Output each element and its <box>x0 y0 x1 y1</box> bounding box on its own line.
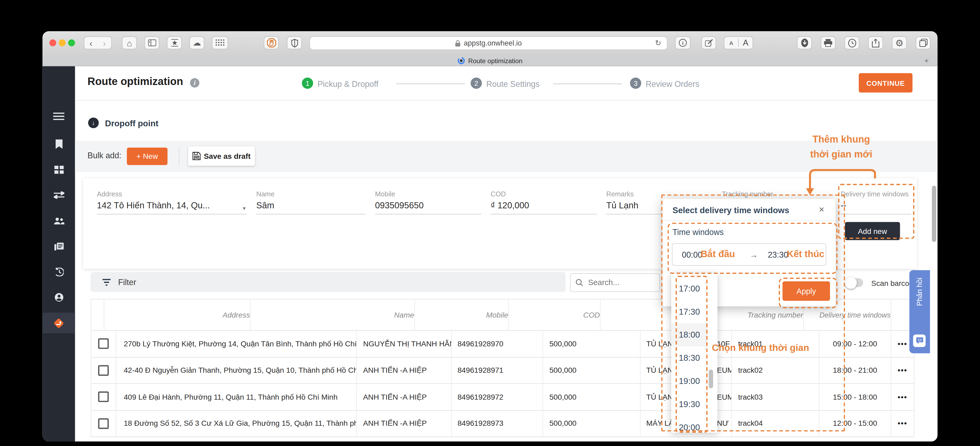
dropoff-icon[interactable]: ↓ <box>88 118 99 128</box>
apply-button[interactable]: Apply <box>783 281 830 301</box>
extensions-grid-button[interactable] <box>212 36 228 49</box>
back-button[interactable]: ‹ <box>84 36 98 49</box>
compose-button[interactable] <box>701 36 716 49</box>
time-option[interactable]: 19:00 <box>671 370 708 393</box>
sidebar-item-drivers[interactable] <box>43 287 75 307</box>
active-tab[interactable]: Route optimization <box>458 56 522 64</box>
time-dropdown: 17:00 17:30 18:00 18:30 19:00 19:30 20:0… <box>671 273 718 433</box>
reload-icon[interactable]: ↻ <box>655 39 661 48</box>
privacy-extension-button[interactable] <box>287 36 302 49</box>
lock-icon <box>455 40 461 47</box>
cell-name: ANH TIẾN -A HIỆP <box>357 411 452 436</box>
table-row[interactable]: 409 Lê Đại Hành, Phường 11, Quận 11, Thà… <box>91 384 914 411</box>
row-actions-icon[interactable]: ••• <box>898 392 908 401</box>
start-time-value[interactable]: 00:00 <box>682 250 702 259</box>
reader-info-button[interactable]: i <box>675 36 691 49</box>
sidebar-item-orders[interactable] <box>43 236 75 256</box>
print-button[interactable] <box>821 36 836 49</box>
shield-icon <box>291 38 298 47</box>
address-bar[interactable]: appstg.onwheel.io ↻ <box>309 36 668 50</box>
time-option[interactable]: 17:00 <box>671 277 708 300</box>
header-address[interactable]: Address <box>222 299 251 330</box>
mobile-value: 0935095650 <box>375 200 481 210</box>
bulk-new-button[interactable]: + New <box>127 148 167 165</box>
header-cod[interactable]: COD <box>583 299 600 330</box>
tab-overview-button[interactable] <box>916 36 931 49</box>
text-larger-icon[interactable]: A <box>739 38 752 48</box>
cod-field[interactable]: COD ₫ 120,000 <box>490 190 597 210</box>
feedback-tab[interactable]: Phản hồi <box>909 270 930 353</box>
divider <box>663 220 836 221</box>
header-name[interactable]: Name <box>394 299 415 330</box>
text-smaller-icon[interactable]: A <box>724 40 738 46</box>
search-box[interactable] <box>570 273 660 292</box>
share-button[interactable] <box>868 36 883 49</box>
minimize-window-button[interactable] <box>59 40 66 46</box>
person-circle-icon <box>54 292 64 302</box>
grid-icon <box>216 40 224 46</box>
chevron-down-icon[interactable]: ▾ <box>243 205 246 211</box>
sidebar-item-customers[interactable] <box>43 211 75 231</box>
remarks-label: Remarks <box>606 190 713 198</box>
downloads-button[interactable] <box>797 36 812 49</box>
new-tab-button[interactable]: + <box>924 56 929 65</box>
continue-button[interactable]: CONTINUE <box>859 73 913 93</box>
add-new-button[interactable]: Add new <box>845 222 900 240</box>
menu-toggle-button[interactable] <box>43 106 75 126</box>
close-icon[interactable]: × <box>819 204 824 215</box>
sidebar-item-transfers[interactable] <box>43 185 75 205</box>
sidebar-toggle-button[interactable] <box>144 36 159 49</box>
cell-delivery: 12:00 - 15:00 <box>819 411 891 436</box>
end-time-value[interactable]: 23:30 <box>768 250 788 259</box>
address-field[interactable]: Address 142 Tô Hiến Thành, 14, Qu... ▾ <box>97 190 247 210</box>
row-checkbox[interactable] <box>98 365 109 376</box>
annotation-arrow <box>802 166 883 198</box>
home-button[interactable]: ⌂ <box>122 36 137 49</box>
sidebar-item-dashboard[interactable] <box>43 159 75 179</box>
row-checkbox[interactable] <box>98 392 109 402</box>
history-button[interactable] <box>845 36 859 49</box>
url-text: appstg.onwheel.io <box>464 40 522 47</box>
time-option[interactable]: 17:30 <box>671 300 708 323</box>
table-row[interactable]: 42-40 Đ Nguyễn Giản Thanh, Phường 15, Qu… <box>91 357 914 384</box>
forward-button[interactable]: › <box>97 36 112 49</box>
annotation-choose-hint: Chọn khung thời gian <box>712 342 809 353</box>
row-actions-icon[interactable]: ••• <box>898 366 908 375</box>
divider <box>179 148 179 165</box>
time-option[interactable]: 20:00 <box>671 416 708 433</box>
feedback-chat-icon <box>913 334 926 347</box>
settings-button[interactable]: ⚙ <box>892 36 907 49</box>
page-scrollbar[interactable] <box>932 186 936 242</box>
row-checkbox[interactable] <box>98 338 109 349</box>
mobile-field[interactable]: Mobile 0935095650 <box>375 190 481 210</box>
search-input[interactable] <box>587 278 652 288</box>
close-window-button[interactable] <box>49 40 56 46</box>
time-option[interactable]: 18:30 <box>671 346 708 370</box>
time-option[interactable]: 19:30 <box>671 393 708 416</box>
sidebar-item-route-optimization[interactable] <box>43 312 75 333</box>
save-as-draft-button[interactable]: Save as draft <box>188 146 255 166</box>
time-option-highlighted[interactable]: 18:00 <box>671 323 708 346</box>
content-blocker-extension-button[interactable] <box>264 36 278 49</box>
history-clock-icon <box>54 268 64 276</box>
filter-bar[interactable]: Filter <box>91 272 566 292</box>
reading-list-button[interactable] <box>167 36 182 49</box>
page-info-icon[interactable]: i <box>190 78 199 88</box>
zoom-window-button[interactable] <box>68 40 75 46</box>
row-actions-icon[interactable]: ••• <box>898 419 908 428</box>
dropdown-scrollbar[interactable] <box>709 370 713 388</box>
download-icon <box>800 38 808 48</box>
sidebar-item-history[interactable] <box>43 262 75 282</box>
header-mobile[interactable]: Mobile <box>486 299 509 330</box>
field-underline <box>841 214 911 215</box>
row-checkbox[interactable] <box>98 418 109 429</box>
text-size-button[interactable]: A A <box>724 36 753 49</box>
row-actions-icon[interactable]: ••• <box>898 339 908 348</box>
step-3-label: Review Orders <box>646 80 699 89</box>
icloud-tabs-button[interactable]: ☁ <box>189 36 204 49</box>
scan-barcode-toggle[interactable] <box>847 278 863 287</box>
name-field[interactable]: Name Sâm <box>256 190 366 210</box>
sidebar-item-bookmarks[interactable] <box>43 134 75 154</box>
step-2-circle: 2 <box>471 78 482 89</box>
table-row[interactable]: 18 Đường Số 52, Số 3 Cư Xá Lữ Gia, Phườn… <box>91 411 914 437</box>
